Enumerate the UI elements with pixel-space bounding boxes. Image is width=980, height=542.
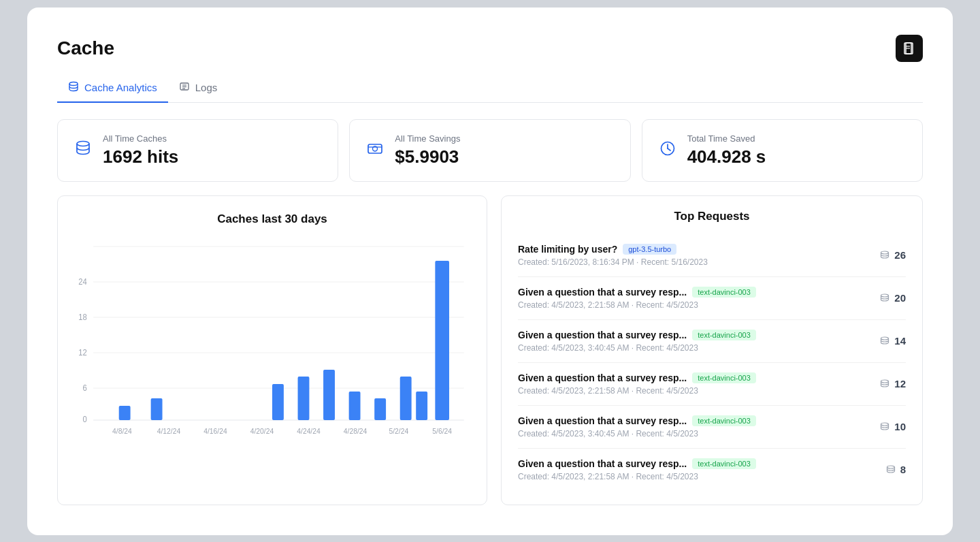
model-badge: text-davinci-003 <box>692 330 756 340</box>
request-item[interactable]: Given a question that a survey resp... t… <box>518 277 906 320</box>
request-count: 10 <box>872 421 906 432</box>
svg-text:18: 18 <box>78 312 87 321</box>
chart-section: Caches last 30 days 0 6 12 18 24 <box>57 195 487 505</box>
svg-point-48 <box>881 380 889 383</box>
time-icon <box>659 140 676 161</box>
tab-cache-analytics-label: Cache Analytics <box>84 82 157 93</box>
svg-rect-33 <box>374 398 386 420</box>
request-item[interactable]: Given a question that a survey resp... t… <box>518 406 906 449</box>
request-item[interactable]: Given a question that a survey resp... t… <box>518 363 906 406</box>
db-icon <box>879 250 890 261</box>
logs-icon <box>179 81 190 95</box>
request-name: Given a question that a survey resp... t… <box>518 330 756 340</box>
request-meta: Created: 4/5/2023, 2:21:58 AM · Recent: … <box>518 386 756 396</box>
db-icon <box>879 336 890 347</box>
chart-title: Caches last 30 days <box>74 212 470 226</box>
svg-point-45 <box>881 251 889 254</box>
svg-rect-10 <box>368 144 382 153</box>
stats-row: All Time Caches 1692 hits All Time Savin… <box>57 119 923 182</box>
request-meta: Created: 4/5/2023, 2:21:58 AM · Recent: … <box>518 472 756 481</box>
db-icon <box>879 293 890 304</box>
page-header: Cache <box>57 35 923 62</box>
bar-chart: 0 6 12 18 24 <box>74 240 470 444</box>
svg-text:6: 6 <box>83 383 87 392</box>
request-name: Rate limiting by user? gpt-3.5-turbo <box>518 244 708 255</box>
top-requests-section: Top Requests Rate limiting by user? gpt-… <box>501 195 923 505</box>
request-count: 20 <box>872 292 906 304</box>
stat-time-label: Total Time Saved <box>687 133 766 144</box>
request-item[interactable]: Given a question that a survey resp... t… <box>518 449 906 491</box>
stat-caches-content: All Time Caches 1692 hits <box>103 133 178 168</box>
svg-rect-32 <box>349 392 361 420</box>
main-content: Caches last 30 days 0 6 12 18 24 <box>57 195 923 505</box>
request-count: 8 <box>872 464 906 475</box>
db-icon <box>885 464 896 475</box>
stat-time-value: 404.928 s <box>687 146 766 168</box>
stat-all-time-caches: All Time Caches 1692 hits <box>57 119 338 182</box>
svg-point-4 <box>69 82 78 85</box>
caches-icon <box>74 140 92 161</box>
svg-rect-30 <box>298 377 310 420</box>
svg-point-50 <box>887 466 894 468</box>
model-badge: text-davinci-003 <box>692 458 756 469</box>
request-count: 12 <box>872 378 906 389</box>
db-icon <box>879 421 890 432</box>
model-badge: text-davinci-003 <box>692 287 756 298</box>
request-name: Given a question that a survey resp... t… <box>518 458 756 469</box>
svg-text:0: 0 <box>83 414 88 423</box>
top-requests-title: Top Requests <box>518 210 906 223</box>
main-card: Cache Cache Analytics <box>27 7 953 535</box>
savings-icon <box>366 140 384 161</box>
model-badge: text-davinci-003 <box>692 372 756 383</box>
request-count: 26 <box>872 249 906 261</box>
request-meta: Created: 4/5/2023, 3:40:45 AM · Recent: … <box>518 343 756 353</box>
book-icon <box>902 42 916 55</box>
request-info: Given a question that a survey resp... t… <box>518 372 756 396</box>
svg-line-15 <box>668 148 670 150</box>
stat-savings-content: All Time Savings $5.9903 <box>395 133 460 168</box>
stat-savings-label: All Time Savings <box>395 133 460 144</box>
svg-text:4/24/24: 4/24/24 <box>297 426 320 434</box>
tab-logs[interactable]: Logs <box>168 74 229 103</box>
svg-rect-35 <box>416 392 427 420</box>
db-icon <box>879 379 890 389</box>
svg-text:5/6/24: 5/6/24 <box>432 426 452 434</box>
request-info: Given a question that a survey resp... t… <box>518 287 756 310</box>
request-meta: Created: 4/5/2023, 2:21:58 AM · Recent: … <box>518 300 756 310</box>
stat-savings-value: $5.9903 <box>395 146 460 168</box>
svg-rect-31 <box>323 370 335 420</box>
request-count: 14 <box>872 335 906 347</box>
request-info: Given a question that a survey resp... t… <box>518 330 756 353</box>
request-item[interactable]: Given a question that a survey resp... t… <box>518 320 906 363</box>
svg-point-49 <box>881 423 889 426</box>
stat-total-time-saved: Total Time Saved 404.928 s <box>642 119 923 182</box>
svg-rect-27 <box>119 406 131 420</box>
request-info: Given a question that a survey resp... t… <box>518 458 756 481</box>
request-info: Rate limiting by user? gpt-3.5-turbo Cre… <box>518 244 708 267</box>
svg-rect-28 <box>151 398 163 420</box>
page-title: Cache <box>57 37 114 59</box>
tab-bar: Cache Analytics Logs <box>57 74 923 103</box>
chart-area: 0 6 12 18 24 <box>74 240 470 444</box>
svg-text:4/16/24: 4/16/24 <box>203 426 227 434</box>
svg-text:4/12/24: 4/12/24 <box>157 426 180 434</box>
model-badge: text-davinci-003 <box>692 415 756 426</box>
doc-button[interactable] <box>896 35 923 62</box>
svg-rect-34 <box>400 377 412 420</box>
model-badge: gpt-3.5-turbo <box>623 244 676 255</box>
request-item[interactable]: Rate limiting by user? gpt-3.5-turbo Cre… <box>518 234 906 277</box>
svg-text:24: 24 <box>78 276 87 285</box>
svg-text:4/8/24: 4/8/24 <box>112 426 132 434</box>
tab-cache-analytics[interactable]: Cache Analytics <box>57 74 168 103</box>
tab-logs-label: Logs <box>195 82 218 93</box>
stat-time-content: Total Time Saved 404.928 s <box>687 133 766 168</box>
svg-text:12: 12 <box>78 347 87 356</box>
stat-caches-label: All Time Caches <box>103 133 178 144</box>
stat-all-time-savings: All Time Savings $5.9903 <box>349 119 630 182</box>
svg-rect-29 <box>272 384 284 420</box>
svg-text:5/2/24: 5/2/24 <box>389 426 409 434</box>
request-name: Given a question that a survey resp... t… <box>518 287 756 298</box>
svg-text:4/28/24: 4/28/24 <box>344 426 367 434</box>
cache-analytics-icon <box>68 81 79 95</box>
request-name: Given a question that a survey resp... t… <box>518 372 756 383</box>
